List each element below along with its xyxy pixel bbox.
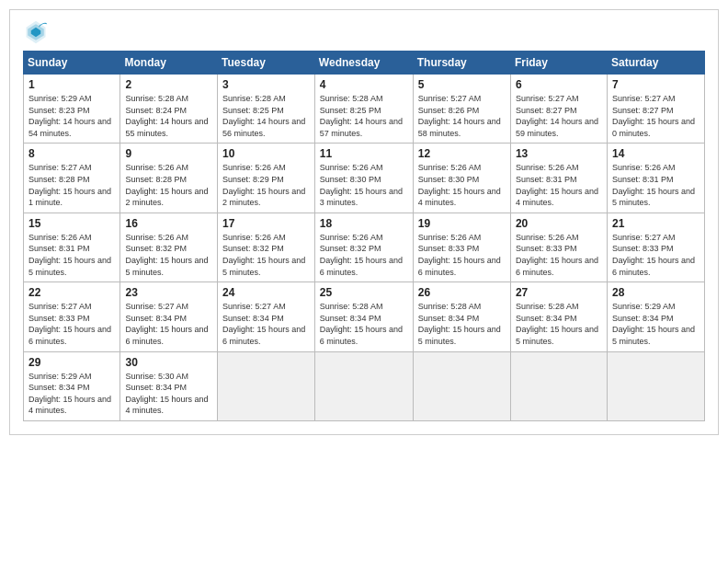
day-number: 21 xyxy=(612,217,700,230)
day-detail: Sunrise: 5:27 AMSunset: 8:34 PMDaylight:… xyxy=(222,301,310,347)
calendar-cell: 29Sunrise: 5:29 AMSunset: 8:34 PMDayligh… xyxy=(24,351,120,420)
day-number: 4 xyxy=(320,78,408,91)
day-number: 5 xyxy=(418,78,506,91)
calendar-cell: 4Sunrise: 5:28 AMSunset: 8:25 PMDaylight… xyxy=(314,75,413,144)
page: SundayMondayTuesdayWednesdayThursdayFrid… xyxy=(9,9,719,435)
calendar-week-3: 15Sunrise: 5:26 AMSunset: 8:31 PMDayligh… xyxy=(24,213,705,282)
calendar-week-2: 8Sunrise: 5:27 AMSunset: 8:28 PMDaylight… xyxy=(24,144,705,213)
day-number: 20 xyxy=(516,217,602,230)
day-detail: Sunrise: 5:28 AMSunset: 8:34 PMDaylight:… xyxy=(320,301,408,347)
calendar-header: SundayMondayTuesdayWednesdayThursdayFrid… xyxy=(24,52,705,75)
day-number: 18 xyxy=(320,217,408,230)
day-number: 15 xyxy=(28,217,115,230)
calendar-cell: 13Sunrise: 5:26 AMSunset: 8:31 PMDayligh… xyxy=(510,144,607,213)
weekday-monday: Monday xyxy=(120,52,218,75)
day-detail: Sunrise: 5:27 AMSunset: 8:28 PMDaylight:… xyxy=(28,162,115,208)
calendar-cell: 21Sunrise: 5:27 AMSunset: 8:33 PMDayligh… xyxy=(607,213,704,282)
calendar-cell: 10Sunrise: 5:26 AMSunset: 8:29 PMDayligh… xyxy=(218,144,315,213)
day-detail: Sunrise: 5:26 AMSunset: 8:33 PMDaylight:… xyxy=(418,232,506,278)
calendar-cell: 3Sunrise: 5:28 AMSunset: 8:25 PMDaylight… xyxy=(218,75,315,144)
weekday-thursday: Thursday xyxy=(413,52,510,75)
day-number: 25 xyxy=(320,286,408,299)
weekday-sunday: Sunday xyxy=(24,52,120,75)
day-detail: Sunrise: 5:26 AMSunset: 8:31 PMDaylight:… xyxy=(516,162,602,208)
calendar-cell: 12Sunrise: 5:26 AMSunset: 8:30 PMDayligh… xyxy=(413,144,510,213)
day-number: 1 xyxy=(28,78,115,91)
logo-icon xyxy=(23,19,49,45)
day-number: 29 xyxy=(28,356,115,369)
day-detail: Sunrise: 5:27 AMSunset: 8:26 PMDaylight:… xyxy=(418,93,506,139)
day-detail: Sunrise: 5:26 AMSunset: 8:33 PMDaylight:… xyxy=(516,232,602,278)
day-detail: Sunrise: 5:28 AMSunset: 8:34 PMDaylight:… xyxy=(516,301,602,347)
calendar-cell: 24Sunrise: 5:27 AMSunset: 8:34 PMDayligh… xyxy=(218,282,315,351)
day-number: 19 xyxy=(418,217,506,230)
day-number: 24 xyxy=(222,286,310,299)
day-number: 17 xyxy=(222,217,310,230)
day-number: 8 xyxy=(28,147,115,160)
day-detail: Sunrise: 5:26 AMSunset: 8:30 PMDaylight:… xyxy=(418,162,506,208)
calendar-cell: 17Sunrise: 5:26 AMSunset: 8:32 PMDayligh… xyxy=(218,213,315,282)
calendar-cell: 30Sunrise: 5:30 AMSunset: 8:34 PMDayligh… xyxy=(120,351,218,420)
calendar-week-4: 22Sunrise: 5:27 AMSunset: 8:33 PMDayligh… xyxy=(24,282,705,351)
weekday-tuesday: Tuesday xyxy=(218,52,315,75)
day-number: 30 xyxy=(125,356,212,369)
day-detail: Sunrise: 5:26 AMSunset: 8:32 PMDaylight:… xyxy=(320,232,408,278)
day-detail: Sunrise: 5:26 AMSunset: 8:32 PMDaylight:… xyxy=(222,232,310,278)
day-detail: Sunrise: 5:27 AMSunset: 8:27 PMDaylight:… xyxy=(516,93,602,139)
day-detail: Sunrise: 5:30 AMSunset: 8:34 PMDaylight:… xyxy=(125,371,212,417)
calendar-week-1: 1Sunrise: 5:29 AMSunset: 8:23 PMDaylight… xyxy=(24,75,705,144)
calendar-cell: 22Sunrise: 5:27 AMSunset: 8:33 PMDayligh… xyxy=(24,282,120,351)
day-number: 2 xyxy=(125,78,212,91)
calendar-cell: 26Sunrise: 5:28 AMSunset: 8:34 PMDayligh… xyxy=(413,282,510,351)
logo xyxy=(23,19,52,45)
calendar-cell: 25Sunrise: 5:28 AMSunset: 8:34 PMDayligh… xyxy=(314,282,413,351)
calendar-cell xyxy=(218,351,315,420)
calendar-cell xyxy=(607,351,704,420)
day-number: 14 xyxy=(612,147,700,160)
day-detail: Sunrise: 5:29 AMSunset: 8:34 PMDaylight:… xyxy=(28,371,115,417)
weekday-saturday: Saturday xyxy=(607,52,704,75)
day-number: 16 xyxy=(125,217,212,230)
calendar-cell: 14Sunrise: 5:26 AMSunset: 8:31 PMDayligh… xyxy=(607,144,704,213)
day-detail: Sunrise: 5:26 AMSunset: 8:29 PMDaylight:… xyxy=(222,162,310,208)
day-number: 6 xyxy=(516,78,602,91)
calendar-cell: 16Sunrise: 5:26 AMSunset: 8:32 PMDayligh… xyxy=(120,213,218,282)
calendar-cell: 8Sunrise: 5:27 AMSunset: 8:28 PMDaylight… xyxy=(24,144,120,213)
calendar-body: 1Sunrise: 5:29 AMSunset: 8:23 PMDaylight… xyxy=(24,75,705,421)
calendar-cell: 1Sunrise: 5:29 AMSunset: 8:23 PMDaylight… xyxy=(24,75,120,144)
day-detail: Sunrise: 5:28 AMSunset: 8:25 PMDaylight:… xyxy=(222,93,310,139)
day-detail: Sunrise: 5:27 AMSunset: 8:34 PMDaylight:… xyxy=(125,301,212,347)
day-detail: Sunrise: 5:28 AMSunset: 8:34 PMDaylight:… xyxy=(418,301,506,347)
calendar-cell: 11Sunrise: 5:26 AMSunset: 8:30 PMDayligh… xyxy=(314,144,413,213)
calendar-cell: 15Sunrise: 5:26 AMSunset: 8:31 PMDayligh… xyxy=(24,213,120,282)
header xyxy=(23,19,705,45)
day-number: 12 xyxy=(418,147,506,160)
calendar-week-5: 29Sunrise: 5:29 AMSunset: 8:34 PMDayligh… xyxy=(24,351,705,420)
day-detail: Sunrise: 5:26 AMSunset: 8:31 PMDaylight:… xyxy=(28,232,115,278)
day-detail: Sunrise: 5:26 AMSunset: 8:30 PMDaylight:… xyxy=(320,162,408,208)
day-detail: Sunrise: 5:28 AMSunset: 8:25 PMDaylight:… xyxy=(320,93,408,139)
calendar-cell xyxy=(510,351,607,420)
day-detail: Sunrise: 5:26 AMSunset: 8:32 PMDaylight:… xyxy=(125,232,212,278)
day-number: 11 xyxy=(320,147,408,160)
calendar-cell: 23Sunrise: 5:27 AMSunset: 8:34 PMDayligh… xyxy=(120,282,218,351)
day-detail: Sunrise: 5:29 AMSunset: 8:23 PMDaylight:… xyxy=(28,93,115,139)
day-number: 7 xyxy=(612,78,700,91)
calendar-cell: 2Sunrise: 5:28 AMSunset: 8:24 PMDaylight… xyxy=(120,75,218,144)
calendar-cell: 18Sunrise: 5:26 AMSunset: 8:32 PMDayligh… xyxy=(314,213,413,282)
calendar-cell: 6Sunrise: 5:27 AMSunset: 8:27 PMDaylight… xyxy=(510,75,607,144)
day-detail: Sunrise: 5:27 AMSunset: 8:27 PMDaylight:… xyxy=(612,93,700,139)
day-number: 13 xyxy=(516,147,602,160)
weekday-friday: Friday xyxy=(510,52,607,75)
calendar-cell: 9Sunrise: 5:26 AMSunset: 8:28 PMDaylight… xyxy=(120,144,218,213)
weekday-wednesday: Wednesday xyxy=(314,52,413,75)
calendar-cell: 7Sunrise: 5:27 AMSunset: 8:27 PMDaylight… xyxy=(607,75,704,144)
calendar-cell: 28Sunrise: 5:29 AMSunset: 8:34 PMDayligh… xyxy=(607,282,704,351)
day-number: 22 xyxy=(28,286,115,299)
day-detail: Sunrise: 5:28 AMSunset: 8:24 PMDaylight:… xyxy=(125,93,212,139)
calendar-cell xyxy=(413,351,510,420)
calendar-cell: 20Sunrise: 5:26 AMSunset: 8:33 PMDayligh… xyxy=(510,213,607,282)
day-detail: Sunrise: 5:27 AMSunset: 8:33 PMDaylight:… xyxy=(28,301,115,347)
calendar-table: SundayMondayTuesdayWednesdayThursdayFrid… xyxy=(23,51,705,421)
weekday-header-row: SundayMondayTuesdayWednesdayThursdayFrid… xyxy=(24,52,705,75)
